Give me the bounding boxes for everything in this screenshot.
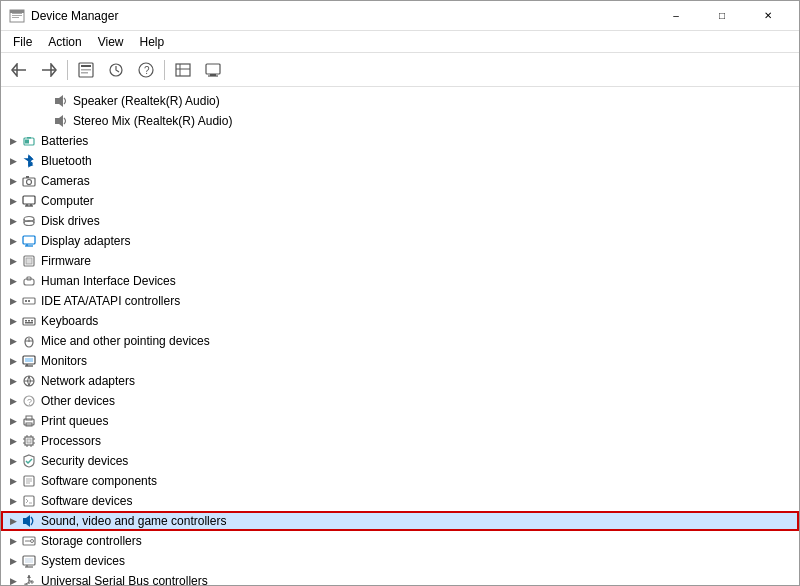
svg-text:?: ? (144, 65, 150, 76)
item-label: Stereo Mix (Realtek(R) Audio) (73, 114, 232, 128)
expand-arrow: ▶ (5, 173, 21, 189)
separator-1 (67, 60, 68, 80)
properties-button[interactable] (72, 57, 100, 83)
list-item[interactable]: ▶ Cameras (1, 171, 799, 191)
expand-arrow: ▶ (5, 393, 21, 409)
item-label: Print queues (41, 414, 108, 428)
view-button[interactable] (169, 57, 197, 83)
expand-arrow: ▶ (5, 493, 21, 509)
item-label: Processors (41, 434, 101, 448)
list-item[interactable]: ▶ Disk drives (1, 211, 799, 231)
print-icon (21, 413, 37, 429)
list-item[interactable]: ▶ Software components (1, 471, 799, 491)
list-item[interactable]: ▶ Monitors (1, 351, 799, 371)
item-label: System devices (41, 554, 125, 568)
expand-arrow: ▶ (5, 353, 21, 369)
batteries-icon (21, 133, 37, 149)
svg-marker-25 (59, 115, 63, 127)
svg-rect-55 (25, 322, 33, 324)
list-item[interactable]: ▶ Security devices (1, 451, 799, 471)
svg-rect-28 (25, 140, 29, 144)
expand-arrow: ▶ (5, 193, 21, 209)
system-icon (21, 553, 37, 569)
menu-bar: File Action View Help (1, 31, 799, 53)
list-item[interactable]: ▶ Human Interface Devices (1, 271, 799, 291)
window-title: Device Manager (31, 9, 653, 23)
scan-button[interactable] (102, 57, 130, 83)
keyboards-icon (21, 313, 37, 329)
list-item[interactable]: ▶ Bluetooth (1, 151, 799, 171)
list-item[interactable]: ▶ Mice and other pointing devices (1, 331, 799, 351)
hid-icon (21, 273, 37, 289)
menu-help[interactable]: Help (132, 33, 173, 51)
item-label: Monitors (41, 354, 87, 368)
maximize-button[interactable]: □ (699, 1, 745, 31)
list-item[interactable]: ▶ Processors (1, 431, 799, 451)
separator-2 (164, 60, 165, 80)
list-item[interactable]: ▶ System devices (1, 551, 799, 571)
item-label: Universal Serial Bus controllers (41, 574, 208, 585)
list-item[interactable]: ▶ Firmware (1, 251, 799, 271)
list-item[interactable]: ▶ Batteries (1, 131, 799, 151)
softwaredev-icon (21, 493, 37, 509)
mice-icon (21, 333, 37, 349)
expand-arrow: ▶ (5, 453, 21, 469)
computer-icon (21, 193, 37, 209)
expand-arrow: ▶ (5, 313, 21, 329)
item-label: Human Interface Devices (41, 274, 176, 288)
item-label: Software components (41, 474, 157, 488)
svg-point-31 (27, 180, 32, 185)
svg-rect-10 (81, 65, 91, 67)
list-item[interactable]: ▶ IDE ATA/ATAPI controllers (1, 291, 799, 311)
item-label: IDE ATA/ATAPI controllers (41, 294, 180, 308)
list-item[interactable]: ▶ ? Other devices (1, 391, 799, 411)
expand-arrow: ▶ (5, 333, 21, 349)
item-label: Mice and other pointing devices (41, 334, 210, 348)
list-item[interactable]: ▶ Print queues (1, 411, 799, 431)
svg-rect-84 (24, 496, 34, 506)
computer-button[interactable] (199, 57, 227, 83)
svg-rect-52 (25, 320, 27, 322)
svg-rect-49 (25, 300, 27, 302)
close-button[interactable]: ✕ (745, 1, 791, 31)
device-tree[interactable]: Speaker (Realtek(R) Audio) Stereo Mix (R… (1, 87, 799, 585)
svg-rect-54 (31, 320, 33, 322)
item-label: Sound, video and game controllers (41, 514, 226, 528)
expand-arrow: ▶ (5, 253, 21, 269)
back-button[interactable] (5, 57, 33, 83)
sound-icon (21, 513, 37, 529)
svg-text:?: ? (27, 397, 32, 407)
list-item[interactable]: ▶ Display adapters (1, 231, 799, 251)
content-area: Speaker (Realtek(R) Audio) Stereo Mix (R… (1, 87, 799, 585)
toolbar: ? (1, 53, 799, 87)
minimize-button[interactable]: – (653, 1, 699, 31)
sound-video-game-controllers-item[interactable]: ▶ Sound, video and game controllers (1, 511, 799, 531)
list-item[interactable]: ▶ Universal Serial Bus controllers (1, 571, 799, 585)
list-item[interactable]: Speaker (Realtek(R) Audio) (1, 91, 799, 111)
list-item[interactable]: Stereo Mix (Realtek(R) Audio) (1, 111, 799, 131)
expand-arrow: ▶ (5, 373, 21, 389)
menu-file[interactable]: File (5, 33, 40, 51)
menu-action[interactable]: Action (40, 33, 89, 51)
list-item[interactable]: ▶ Keyboards (1, 311, 799, 331)
list-item[interactable]: ▶ Network adapters (1, 371, 799, 391)
item-label: Speaker (Realtek(R) Audio) (73, 94, 220, 108)
expand-arrow: ▶ (5, 473, 21, 489)
svg-rect-45 (26, 258, 32, 264)
svg-rect-3 (12, 15, 22, 16)
list-item[interactable]: ▶ Computer (1, 191, 799, 211)
svg-rect-24 (55, 118, 59, 124)
menu-view[interactable]: View (90, 33, 132, 51)
expand-arrow: ▶ (5, 513, 21, 529)
forward-button[interactable] (35, 57, 63, 83)
processors-icon (21, 433, 37, 449)
ide-icon (21, 293, 37, 309)
item-label: Network adapters (41, 374, 135, 388)
help-button[interactable]: ? (132, 57, 160, 83)
expand-arrow: ▶ (5, 433, 21, 449)
expand-arrow: ▶ (5, 273, 21, 289)
expand-arrow: ▶ (5, 213, 21, 229)
list-item[interactable]: ▶ Storage controllers (1, 531, 799, 551)
list-item[interactable]: ▶ Software devices (1, 491, 799, 511)
expand-arrow: ▶ (5, 573, 21, 585)
